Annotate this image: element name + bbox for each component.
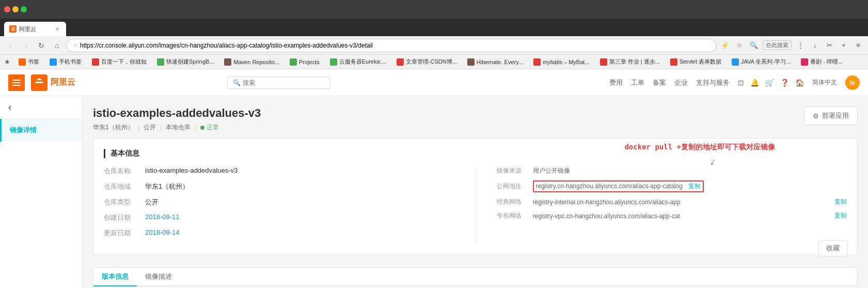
bookmark-favicon	[50, 58, 57, 66]
bookmark-mobile[interactable]: 手机书签	[45, 56, 86, 68]
more-icon[interactable]: ⋮	[795, 40, 806, 51]
bookmark-favicon	[467, 58, 475, 66]
classic-net-value: registry-internal.cn-hangzhou.aliyuncs.c…	[533, 199, 831, 206]
svg-rect-3	[35, 82, 43, 83]
sidebar-item-label: 镜像详情	[10, 126, 37, 135]
extensions-icon[interactable]: ⚡	[719, 40, 731, 51]
svg-rect-2	[12, 85, 21, 86]
url-bar[interactable]: ☆	[66, 39, 716, 52]
docker-hint-text: docker pull +复制的地址即可下载对应镜像	[624, 143, 775, 152]
tab-close-button[interactable]: ×	[54, 25, 61, 33]
meta-visibility: 公开	[144, 123, 156, 132]
bookmark-maven[interactable]: Maven Reposito...	[220, 56, 283, 68]
info-left-column: 仓库名称 istio-examples-addedvalues-v3 仓库地域 …	[104, 166, 476, 244]
tab-image-desc[interactable]: 镜像描述	[137, 268, 180, 286]
bookmark-servlet[interactable]: Servlet 表单数据	[666, 56, 725, 68]
sidebar-back-button[interactable]: ‹	[0, 96, 82, 119]
app-container: 阿里云 🔍 费用 工单 备案 企业 支持与服务 ⊡ 🔔 🛒 ❓ 🏠 简体中文 I…	[0, 69, 868, 288]
svg-rect-0	[12, 80, 21, 81]
tab-favicon: 云	[9, 25, 17, 33]
updated-label: 更新日期	[104, 229, 145, 238]
search-icon: 🔍	[233, 79, 241, 86]
nav-item-enterprise[interactable]: 企业	[674, 78, 688, 87]
bookmark-baidu[interactable]: 百度一下，你就知	[88, 56, 151, 68]
cut-icon[interactable]: ✂	[824, 40, 835, 51]
source-value: 用户公开镜像	[533, 166, 847, 175]
svg-marker-4	[36, 78, 42, 80]
main-content: istio-examples-addedvalues-v3 华东1（杭州） | …	[83, 96, 868, 288]
vpc-net-value: registry-vpc.cn-hangzhou.aliyuncs.com/al…	[533, 213, 831, 220]
public-addr-copy-button[interactable]: 复制	[688, 183, 701, 190]
repo-name-row: 仓库名称 istio-examples-addedvalues-v3	[104, 166, 455, 176]
bookmark-favicon	[533, 58, 541, 66]
sidebar-item-image-detail[interactable]: 镜像详情	[0, 119, 82, 142]
collect-button[interactable]: 收藏	[818, 240, 847, 256]
type-value: 公开	[145, 198, 455, 207]
user-avatar[interactable]: Ie	[845, 75, 860, 90]
bookmark-icon[interactable]: ☆	[734, 40, 745, 51]
bookmark-java[interactable]: JAVA 全系列-学习...	[728, 56, 795, 68]
nav-item-record[interactable]: 备案	[653, 78, 666, 87]
region-label: 仓库地域	[104, 182, 145, 191]
bookmark-shujian[interactable]: 书签	[14, 56, 43, 68]
cart-icon[interactable]: 🛒	[765, 79, 774, 87]
menu-icon[interactable]: ≡	[853, 40, 864, 51]
repo-name-label: 仓库名称	[104, 166, 145, 176]
basic-info-section: 基本信息 仓库名称 istio-examples-addedvalues-v3 …	[93, 138, 858, 255]
add-tab-icon[interactable]: +	[838, 40, 849, 51]
tabs: 版本信息 镜像描述	[93, 268, 857, 286]
bell-icon[interactable]: 🔔	[750, 79, 759, 87]
bookmark-favicon	[224, 58, 231, 66]
bookmark-label: Hibernate. Every...	[477, 59, 523, 65]
classic-net-copy-button[interactable]: 复制	[834, 198, 847, 206]
bookmark-bilibili[interactable]: 番剧 - 哔哩...	[797, 56, 847, 68]
home-icon[interactable]: 🏠	[795, 79, 804, 87]
meta-storage: 本地仓库	[166, 123, 191, 132]
nav-refresh-button[interactable]: ↻	[35, 39, 48, 52]
menu-button[interactable]	[8, 74, 25, 91]
top-nav-right: 费用 工单 备案 企业 支持与服务 ⊡ 🔔 🛒 ❓ 🏠 简体中文 Ie	[609, 75, 860, 90]
search-input[interactable]	[243, 79, 315, 86]
bookmark-mybatis[interactable]: mybatis – MyBat...	[529, 56, 593, 68]
nav-forward-button[interactable]: ›	[20, 39, 32, 52]
tab-version-info[interactable]: 版本信息	[93, 268, 137, 286]
bookmark-csdn[interactable]: 文章管理-CSDN博...	[392, 56, 461, 68]
bookmark-favicon	[157, 58, 164, 66]
bookmark-spring[interactable]: 快速创建SpringB...	[153, 56, 218, 68]
bookmark-hibernate[interactable]: Hibernate. Every...	[463, 56, 527, 68]
vpc-net-copy-button[interactable]: 复制	[834, 211, 847, 220]
search-icon[interactable]: 🔍	[748, 40, 760, 51]
browser-tab-active[interactable]: 云 阿里云 ×	[4, 22, 66, 36]
lang-switch[interactable]: 简体中文	[812, 78, 837, 87]
bookmark-eureka[interactable]: 云服务器Eureka:...	[326, 56, 390, 68]
download-icon[interactable]: ↓	[809, 40, 820, 51]
nav-right-icons: ⚡ ☆ 🔍 在此搜索 ⋮ ↓ ✂ + ≡	[719, 40, 864, 51]
bookmark-label: 番剧 - 哔哩...	[810, 58, 843, 66]
url-input[interactable]	[80, 42, 709, 49]
meta-region: 华东1（杭州）	[93, 123, 134, 132]
bookmark-favicon	[92, 58, 99, 66]
nav-home-button[interactable]: ⌂	[51, 39, 63, 52]
back-arrow-icon: ‹	[8, 102, 11, 113]
bookmark-label: 文章管理-CSDN博...	[406, 58, 457, 66]
search-label[interactable]: 在此搜索	[763, 40, 792, 50]
updated-value[interactable]: 2018-09-14	[145, 229, 455, 236]
search-box[interactable]: 🔍	[227, 77, 330, 89]
nav-back-button[interactable]: ‹	[4, 39, 17, 52]
bookmark-favicon	[801, 58, 808, 66]
bookmark-label: 手机书签	[59, 58, 82, 66]
public-addr-value: registry.cn-hangzhou.aliyuncs.com/aliacs…	[536, 183, 683, 190]
nav-item-ticket[interactable]: 工单	[631, 78, 644, 87]
help-icon[interactable]: ❓	[780, 79, 789, 87]
top-nav-icons: ⊡ 🔔 🛒 ❓ 🏠	[738, 79, 804, 87]
created-value[interactable]: 2018-09-11	[145, 213, 455, 221]
bookmark-ch3[interactable]: 第三章 作业 | 逐步...	[596, 56, 664, 68]
deploy-button[interactable]: ⚙ 部署应用	[804, 107, 858, 125]
page-header: istio-examples-addedvalues-v3 华东1（杭州） | …	[93, 107, 858, 132]
created-row: 创建日期 2018-09-11	[104, 213, 455, 222]
bookmark-projects[interactable]: Projects	[286, 56, 324, 68]
nav-item-support[interactable]: 支持与服务	[696, 78, 730, 87]
nav-item-fees[interactable]: 费用	[609, 78, 623, 87]
screen-icon[interactable]: ⊡	[738, 79, 744, 87]
updated-row: 更新日期 2018-09-14	[104, 229, 455, 238]
